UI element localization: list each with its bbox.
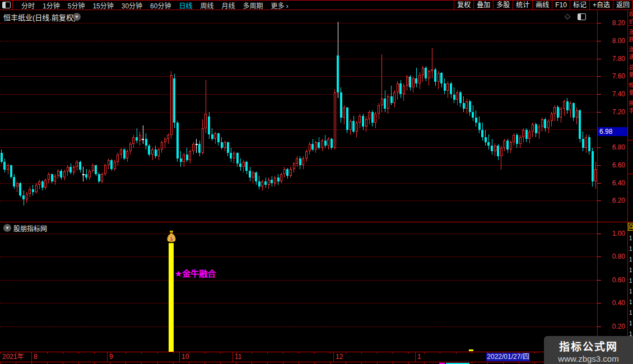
- period-tab[interactable]: 分时: [21, 1, 35, 10]
- candle-body: [579, 110, 581, 139]
- date-axis-tick: [440, 352, 440, 354]
- candle-body: [277, 178, 280, 181]
- price-axis-label: 8.00: [599, 38, 625, 45]
- candle-body: [48, 174, 50, 180]
- candle-body: [114, 162, 116, 169]
- candle-body: [286, 169, 288, 176]
- toolbar-button[interactable]: 多股: [493, 1, 513, 10]
- candle-body: [230, 153, 232, 158]
- year-label: 2021年: [2, 352, 24, 362]
- date-axis-tick: [0, 352, 1, 354]
- toolbar-button[interactable]: F10: [552, 1, 570, 10]
- period-tab[interactable]: 30分钟: [122, 1, 142, 10]
- chevron-down-icon[interactable]: ▾: [3, 224, 11, 232]
- period-tab[interactable]: 1分钟: [43, 1, 60, 10]
- candle-body: [85, 174, 87, 178]
- date-axis-tick: [456, 352, 457, 354]
- period-tab[interactable]: 更多 ›: [271, 1, 288, 10]
- candle-body: [51, 174, 53, 181]
- candle-body: [202, 128, 204, 153]
- toolbar-button[interactable]: 统计: [513, 1, 532, 10]
- toolbar-button[interactable]: 叠加: [473, 1, 493, 10]
- toolbar-button[interactable]: 复权: [454, 1, 473, 10]
- candlestick-chart: [0, 10, 597, 222]
- candle-body: [566, 101, 569, 110]
- period-tab[interactable]: 15分钟: [92, 1, 113, 10]
- candle-body: [532, 124, 534, 132]
- candle-body: [129, 144, 132, 151]
- clipped-list-row: 1: [629, 299, 632, 305]
- clipped-list-row: 1: [629, 320, 632, 326]
- candle-body: [440, 73, 443, 83]
- grid-line: [0, 183, 597, 184]
- cursor-position-marker: [469, 349, 473, 351]
- candle-body: [412, 78, 415, 87]
- candle-body: [233, 153, 235, 158]
- toolbar-button[interactable]: 返回: [613, 1, 633, 10]
- candle-wick: [143, 125, 143, 144]
- candle-body: [374, 114, 376, 123]
- candle-body: [592, 151, 594, 181]
- period-tab[interactable]: 多周期: [243, 1, 263, 10]
- candle-body: [551, 114, 553, 121]
- period-tab[interactable]: 周线: [200, 1, 213, 10]
- clipped-list-row: 1: [629, 267, 632, 273]
- toolbar-button[interactable]: 画线: [532, 1, 552, 10]
- candle-body: [7, 165, 9, 170]
- candle-body: [513, 135, 515, 142]
- date-axis-tick: [408, 352, 409, 354]
- period-tab[interactable]: 日线: [179, 1, 192, 10]
- candle-body: [161, 142, 163, 150]
- candle-body: [126, 151, 128, 158]
- indicator-panel: $★金牛融合: [0, 222, 597, 352]
- candle-body: [425, 68, 427, 78]
- candle-body: [16, 183, 18, 186]
- trading-app-window: 分时1分钟5分钟15分钟30分钟60分钟日线周线月线多周期更多 › 复权叠加多股…: [0, 0, 633, 364]
- candle-body: [204, 114, 207, 128]
- period-tab[interactable]: 5分钟: [68, 1, 85, 10]
- candle-body: [211, 134, 213, 139]
- grid-line: [0, 112, 597, 113]
- candle-body: [557, 107, 559, 118]
- grid-line: [0, 41, 597, 41]
- candle-body: [576, 110, 578, 118]
- stock-list-tab[interactable]: 自: [628, 223, 633, 231]
- toolbar-button[interactable]: +自选: [589, 1, 613, 10]
- grid-line: [0, 76, 597, 77]
- candle-body: [35, 185, 38, 192]
- candle-body: [573, 103, 575, 117]
- candle-body: [327, 139, 329, 146]
- candle-body: [280, 174, 282, 181]
- candle-body: [331, 139, 333, 148]
- candle-body: [214, 133, 216, 139]
- date-axis-tick: [503, 352, 504, 354]
- toolbar-button[interactable]: 标记: [570, 1, 589, 10]
- date-axis-tick: [173, 352, 174, 354]
- candle-body: [54, 176, 56, 181]
- layout-toggle-button[interactable]: [0, 1, 13, 10]
- watermark-url: www.zbgs3.com: [544, 354, 633, 363]
- period-toolbar: 分时1分钟5分钟15分钟30分钟60分钟日线周线月线多周期更多 › 复权叠加多股…: [0, 0, 633, 10]
- period-tab[interactable]: 60分钟: [150, 1, 171, 10]
- candle-body: [315, 142, 317, 150]
- split-screen-icon: [2, 2, 11, 8]
- candle-body: [399, 83, 402, 94]
- candle-body: [393, 92, 395, 103]
- candle-body: [32, 189, 34, 192]
- indicator-axis-label: 0.80: [599, 253, 625, 260]
- candle-body: [378, 105, 380, 114]
- candle-body: [123, 150, 125, 158]
- watermark-title: 指标公式网: [544, 338, 633, 353]
- candle-body: [371, 112, 374, 123]
- candle-body: [79, 162, 81, 170]
- right-side-strip: 现价 涨跌 涨速 总量 现量 换手自1111111111: [628, 10, 633, 364]
- candle-body: [475, 118, 477, 123]
- candle-body: [293, 164, 295, 169]
- candle-body: [528, 132, 530, 139]
- candle-body: [387, 96, 389, 109]
- candle-body: [588, 137, 590, 151]
- candle-body: [494, 146, 496, 151]
- period-tab[interactable]: 月线: [222, 1, 235, 10]
- candle-body: [57, 171, 59, 176]
- grid-line: [0, 59, 597, 59]
